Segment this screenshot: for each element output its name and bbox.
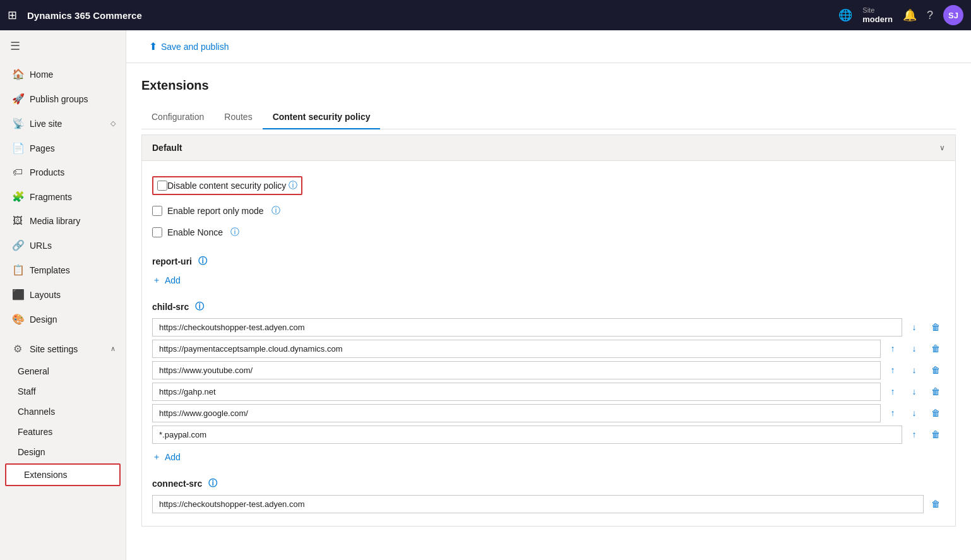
child-src-del-btn-2[interactable]: 🗑 [926,360,945,379]
sidebar-item-label: Home [30,69,53,80]
accordion-header-default[interactable]: Default ∨ [141,134,956,161]
child-src-list: ↓🗑↑↓🗑↑↓🗑↑↓🗑↑↓🗑↑🗑 [152,318,945,444]
pages-icon: 📄 [12,142,23,154]
avatar[interactable]: SJ [943,5,963,25]
sidebar-item-templates[interactable]: 📋 Templates [0,258,126,282]
main-content: ⬆ Save and publish Extensions Configurat… [126,30,971,560]
sidebar-item-live-site[interactable]: 📡 Live site ◇ [0,111,126,136]
sidebar-item-site-settings[interactable]: ⚙ Site settings ∧ [0,337,126,361]
tab-bar: Configuration Routes Content security po… [141,105,956,129]
sidebar-item-design[interactable]: 🎨 Design [0,307,126,331]
child-src-input-3[interactable] [152,383,881,401]
sidebar-toggle[interactable]: ☰ [0,30,126,62]
enable-report-info-icon[interactable]: ⓘ [271,205,280,217]
toolbar: ⬆ Save and publish [126,30,971,63]
child-src-info-icon[interactable]: ⓘ [195,301,204,313]
sidebar-item-pages[interactable]: 📄 Pages [0,136,126,160]
child-src-input-2[interactable] [152,361,881,379]
child-src-down-btn-4[interactable]: ↓ [905,403,924,422]
enable-nonce-checkbox[interactable] [152,227,162,237]
child-src-input-4[interactable] [152,404,881,422]
child-src-up-btn-3[interactable]: ↑ [883,382,902,401]
sidebar-item-fragments[interactable]: 🧩 Fragments [0,184,126,209]
report-uri-add-button[interactable]: ＋ Add [152,272,181,289]
page-content: Extensions Configuration Routes Content … [126,63,971,560]
sidebar-sub-extensions[interactable]: Extensions [5,463,121,486]
add-label-2: Add [165,452,181,462]
enable-nonce-info-icon[interactable]: ⓘ [230,227,239,238]
app-body: ☰ 🏠 Home 🚀 Publish groups 📡 Live site ◇ … [0,30,971,560]
connect-src-delete-button-0[interactable]: 🗑 [926,494,945,513]
child-src-up-btn-2[interactable]: ↑ [883,360,902,379]
child-src-row-1: ↑↓🗑 [152,339,945,358]
child-src-input-0[interactable] [152,318,902,337]
help-icon[interactable]: ? [927,9,933,22]
child-src-section-label: child-src ⓘ [152,301,945,313]
child-src-up-btn-5[interactable]: ↑ [905,425,924,444]
disable-csp-row: Disable content security policy ⓘ [152,171,945,200]
sidebar-sub-general[interactable]: General [0,361,126,381]
sidebar-item-products[interactable]: 🏷 Products [0,160,126,184]
site-name: modern [862,15,893,25]
sidebar-sub-design[interactable]: Design [0,442,126,462]
connect-src-input-0[interactable] [152,495,924,513]
bell-icon[interactable]: 🔔 [903,8,917,22]
globe-icon[interactable]: 🌐 [838,8,852,22]
accordion-body: Disable content security policy ⓘ Enable… [141,161,956,527]
child-src-input-1[interactable] [152,340,881,358]
connect-src-row: 🗑 [152,494,945,513]
sidebar-item-publish-groups[interactable]: 🚀 Publish groups [0,86,126,111]
report-uri-section-label: report-uri ⓘ [152,256,945,267]
child-src-row-2: ↑↓🗑 [152,360,945,379]
connect-src-info-icon[interactable]: ⓘ [208,478,217,489]
disable-csp-label: Disable content security policy [167,181,286,191]
sidebar-item-label: Products [30,167,64,177]
top-navigation: ⊞ Dynamics 365 Commerce 🌐 Site modern 🔔 … [0,0,971,30]
child-src-row-0: ↓🗑 [152,318,945,337]
sidebar-item-media-library[interactable]: 🖼 Media library [0,209,126,233]
upload-icon: ⬆ [149,40,157,52]
sidebar-item-label: Pages [30,143,55,153]
enable-report-label: Enable report only mode [167,206,264,216]
child-src-down-btn-3[interactable]: ↓ [905,382,924,401]
child-src-input-5[interactable] [152,426,902,444]
grid-icon[interactable]: ⊞ [8,8,17,22]
child-src-add-button[interactable]: ＋ Add [152,449,181,465]
publish-groups-icon: 🚀 [12,93,23,105]
sidebar-item-home[interactable]: 🏠 Home [0,62,126,86]
child-src-del-btn-5[interactable]: 🗑 [926,425,945,444]
child-src-up-btn-4[interactable]: ↑ [883,403,902,422]
save-publish-button[interactable]: ⬆ Save and publish [141,37,236,56]
disable-csp-info-icon[interactable]: ⓘ [289,180,297,191]
child-src-up-btn-1[interactable]: ↑ [883,339,902,358]
tab-content-security-policy[interactable]: Content security policy [263,105,381,129]
sidebar-sub-channels[interactable]: Channels [0,402,126,422]
sidebar-sub-staff[interactable]: Staff [0,381,126,402]
child-src-down-btn-0[interactable]: ↓ [905,318,924,337]
child-src-del-btn-4[interactable]: 🗑 [926,403,945,422]
sidebar-item-label: Templates [30,265,70,275]
live-site-icon: 📡 [12,117,23,129]
sidebar-item-label: Layouts [30,290,61,300]
sidebar-sub-features[interactable]: Features [0,422,126,442]
page-title: Extensions [141,78,956,93]
tab-configuration[interactable]: Configuration [141,105,214,129]
report-uri-info-icon[interactable]: ⓘ [198,256,207,267]
child-src-del-btn-3[interactable]: 🗑 [926,382,945,401]
child-src-row-3: ↑↓🗑 [152,382,945,401]
enable-report-checkbox[interactable] [152,206,162,216]
topnav-right: 🌐 Site modern 🔔 ? SJ [838,5,963,25]
sidebar-item-layouts[interactable]: ⬛ Layouts [0,282,126,307]
accordion-title: Default [152,143,182,153]
child-src-down-btn-2[interactable]: ↓ [905,360,924,379]
sidebar-item-urls[interactable]: 🔗 URLs [0,233,126,258]
child-src-del-btn-0[interactable]: 🗑 [926,318,945,337]
accordion-chevron-icon: ∨ [939,143,945,152]
enable-report-row: Enable report only mode ⓘ [152,200,945,222]
app-title: Dynamics 365 Commerce [27,10,831,21]
child-src-del-btn-1[interactable]: 🗑 [926,339,945,358]
products-icon: 🏷 [12,167,23,178]
tab-routes[interactable]: Routes [214,105,262,129]
child-src-down-btn-1[interactable]: ↓ [905,339,924,358]
disable-csp-checkbox[interactable] [157,181,167,191]
